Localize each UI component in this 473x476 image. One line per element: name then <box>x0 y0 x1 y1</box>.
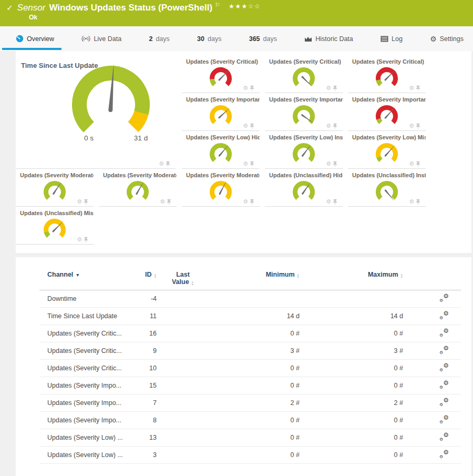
channel-id: 13 <box>131 434 157 441</box>
gauge-tile: Updates (Unclassified) Missing⚙ <box>16 207 94 245</box>
channel-maximum: 0 # <box>300 451 403 459</box>
pin-icon[interactable] <box>416 85 420 91</box>
gear-icon[interactable]: ⚙ <box>409 85 414 91</box>
gear-icon[interactable]: ⚙ <box>409 199 414 205</box>
tab-log[interactable]: Log <box>381 26 403 51</box>
prtg-sensor-page: ✓ Sensor Windows Updates Status (PowerSh… <box>0 0 473 476</box>
channel-id: 3 <box>131 451 157 459</box>
tab-overview[interactable]: Overview <box>16 26 54 51</box>
gear-icon[interactable]: ⚙ <box>326 85 331 91</box>
gear-icon[interactable]: ⚙ <box>243 123 248 129</box>
gear-icon[interactable]: ⚙ <box>159 161 164 167</box>
tab-2-days[interactable]: 2 days <box>149 26 169 51</box>
tab-settings[interactable]: ⚙ Settings <box>430 26 464 51</box>
channel-settings-gears-icon[interactable]: ⚙⚙ <box>439 294 449 302</box>
column-header-id[interactable]: ID▲▼ <box>131 271 157 278</box>
tile-mini-icons: ⚙ <box>159 161 170 167</box>
channel-settings-gears-icon[interactable]: ⚙⚙ <box>439 433 449 441</box>
channel-maximum: 14 d <box>300 312 403 320</box>
pin-icon[interactable] <box>333 161 337 167</box>
tab-overview-label: Overview <box>27 35 54 43</box>
tab-365-days[interactable]: 365 days <box>249 26 277 51</box>
channel-name: Updates (Severity Low) ... <box>39 451 131 459</box>
column-header-minimum[interactable]: Minimum▲▼ <box>209 271 300 278</box>
channel-settings-gears-icon[interactable]: ⚙⚙ <box>439 311 449 320</box>
pin-icon[interactable] <box>416 199 420 205</box>
pin-icon[interactable] <box>333 199 337 205</box>
gear-icon[interactable]: ⚙ <box>160 199 165 205</box>
channel-table-rows: Downtime-4⚙⚙Time Since Last Update1114 d… <box>39 290 461 464</box>
gear-icon[interactable]: ⚙ <box>326 161 331 167</box>
gauge-title: Updates (Severity Low) Missi... <box>348 131 426 140</box>
tile-mini-icons: ⚙ <box>77 199 88 205</box>
gear-icon[interactable]: ⚙ <box>77 199 82 205</box>
column-header-maximum[interactable]: Maximum▲▼ <box>300 271 403 278</box>
table-row[interactable]: Updates (Severity Impo...72 #2 #⚙⚙ <box>39 394 461 412</box>
column-header-channel[interactable]: Channel▾ <box>39 271 131 278</box>
gear-icon[interactable]: ⚙ <box>409 123 414 129</box>
channel-settings-gears-icon[interactable]: ⚙⚙ <box>439 346 449 355</box>
pin-icon[interactable] <box>250 85 254 91</box>
table-row[interactable]: Updates (Severity Critic...100 #0 #⚙⚙ <box>39 360 461 377</box>
column-header-last-value[interactable]: Last Value▲▼ <box>157 271 209 286</box>
pin-icon[interactable] <box>84 199 88 205</box>
gear-icon[interactable]: ⚙ <box>243 199 248 205</box>
page-title: Windows Updates Status (PowerShell) <box>49 3 212 13</box>
gear-icon[interactable]: ⚙ <box>326 123 331 129</box>
tile-mini-icons: ⚙ <box>326 85 337 91</box>
pin-icon[interactable] <box>333 123 337 129</box>
gauge-title: Updates (Severity Low) Install... <box>265 131 343 140</box>
pin-icon[interactable] <box>250 199 254 205</box>
pin-icon[interactable] <box>166 161 170 167</box>
pin-icon[interactable] <box>416 123 420 129</box>
pin-icon[interactable] <box>250 161 254 167</box>
sort-icon: ▲▼ <box>400 274 403 278</box>
pin-icon[interactable] <box>167 199 171 205</box>
tile-mini-icons: ⚙ <box>326 161 337 167</box>
gauge-tile: Updates (Severity Critical) Mi...⚙ <box>348 55 426 93</box>
broadcast-icon <box>81 35 90 42</box>
tab-30-days[interactable]: 30 days <box>197 26 221 51</box>
channel-id: 11 <box>131 312 157 320</box>
channel-maximum: 0 # <box>300 364 403 372</box>
table-row[interactable]: Updates (Severity Low) ...30 #0 #⚙⚙ <box>39 447 461 464</box>
tab-historic-data[interactable]: Historic Data <box>304 26 353 51</box>
pin-icon[interactable] <box>416 161 420 167</box>
gauge-title: Updates (Severity Moderate) I... <box>99 169 177 178</box>
channel-minimum: 0 # <box>209 451 300 459</box>
channel-settings-gears-icon[interactable]: ⚙⚙ <box>439 329 449 337</box>
channel-minimum: 0 # <box>209 434 300 441</box>
channel-name: Updates (Severity Low) ... <box>39 434 131 441</box>
tab-live-data[interactable]: Live Data <box>81 26 121 51</box>
channel-settings-gears-icon[interactable]: ⚙⚙ <box>439 450 449 459</box>
pin-icon[interactable] <box>84 237 88 242</box>
tab-log-label: Log <box>392 35 403 43</box>
gear-icon[interactable]: ⚙ <box>77 237 82 242</box>
tile-mini-icons: ⚙ <box>243 161 254 167</box>
table-row[interactable]: Updates (Severity Impo...150 #0 #⚙⚙ <box>39 377 461 394</box>
gauge-tile: Updates (Severity Critical) Hi...⚙ <box>182 55 260 93</box>
pin-icon[interactable] <box>250 123 254 129</box>
channel-minimum: 0 # <box>209 417 300 424</box>
priority-star-rating[interactable]: ★★★☆☆ <box>229 3 261 10</box>
table-row[interactable]: Updates (Severity Critic...93 #3 #⚙⚙ <box>39 342 461 360</box>
pin-icon[interactable] <box>333 85 337 91</box>
flag-icon[interactable]: ⚐ <box>215 2 220 8</box>
gear-icon[interactable]: ⚙ <box>326 199 331 205</box>
gauge-tile: Updates (Severity Important) ...⚙ <box>348 93 426 131</box>
gauge-tile: Updates (Unclassified) Install...⚙ <box>348 169 426 207</box>
table-row[interactable]: Updates (Severity Impo...80 #0 #⚙⚙ <box>39 412 461 429</box>
channel-name: Updates (Severity Critic... <box>39 330 131 337</box>
channel-settings-gears-icon[interactable]: ⚙⚙ <box>439 416 449 424</box>
table-row[interactable]: Downtime-4⚙⚙ <box>39 290 461 308</box>
table-row[interactable]: Updates (Severity Low) ...130 #0 #⚙⚙ <box>39 429 461 447</box>
gauge-tile-time-since-last-update: Time Since Last Update 0 s31 d ⚙ <box>16 55 176 169</box>
table-row[interactable]: Updates (Severity Critic...160 #0 #⚙⚙ <box>39 325 461 342</box>
table-row[interactable]: Time Since Last Update1114 d14 d⚙⚙ <box>39 308 461 325</box>
channel-settings-gears-icon[interactable]: ⚙⚙ <box>439 363 449 372</box>
channel-settings-gears-icon[interactable]: ⚙⚙ <box>439 398 449 407</box>
gear-icon[interactable]: ⚙ <box>243 161 248 167</box>
channel-settings-gears-icon[interactable]: ⚙⚙ <box>439 381 449 389</box>
gear-icon[interactable]: ⚙ <box>243 85 248 91</box>
gear-icon[interactable]: ⚙ <box>409 161 414 167</box>
